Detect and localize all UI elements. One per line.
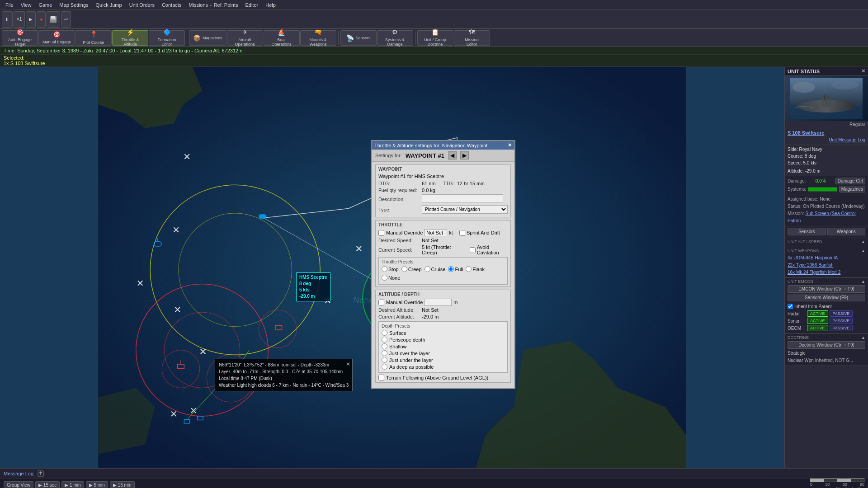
weapon-item-3[interactable]: 16x Mk.24 Tigerfish Mod 2 bbox=[788, 269, 865, 276]
15sec-button[interactable]: ▶ 15 sec bbox=[35, 481, 60, 488]
oecm-passive-button[interactable]: PASSIVE bbox=[830, 325, 853, 331]
doctrine-collapse[interactable]: ▲ bbox=[861, 335, 865, 340]
oecm-active-button[interactable]: ACTIVE bbox=[807, 325, 828, 331]
sensors-rp-button[interactable]: Sensors bbox=[788, 228, 826, 235]
1min-button[interactable]: ▶ 1 min bbox=[61, 481, 84, 488]
type-select[interactable]: Plotted Course / Navigation bbox=[422, 205, 508, 214]
systems-damage-button[interactable]: ⚙ Systems &Damage bbox=[377, 30, 413, 46]
waypoint-next-button[interactable]: ▶ bbox=[460, 151, 469, 160]
5min-button[interactable]: ▶ 5 min bbox=[86, 481, 108, 488]
throttle-section: THROTTLE Manual Override kt Sprint And D… bbox=[375, 220, 511, 287]
selected-unit-name: 1x S 108 Swiftsure bbox=[4, 61, 45, 66]
weapon-item-2[interactable]: 22x Type 2066 Banfish bbox=[788, 262, 865, 269]
pause-button[interactable]: ⏸ bbox=[2, 11, 13, 28]
weapon-item-1[interactable]: 4x UGM-84B Harpoon IA bbox=[788, 254, 865, 262]
preset-creep[interactable]: Creep bbox=[401, 266, 422, 272]
description-input[interactable] bbox=[422, 194, 503, 202]
damage-ctrl-button[interactable]: Damage Ctrl bbox=[835, 178, 865, 184]
group-view-button[interactable]: Group View bbox=[4, 481, 33, 488]
depth-preset-just-under[interactable]: Just under the layer bbox=[382, 357, 505, 363]
current-speed-label: Current Speed: bbox=[378, 247, 419, 253]
avoid-cavitation-checkbox[interactable] bbox=[470, 247, 476, 253]
undo-button[interactable]: ↩ bbox=[61, 11, 71, 28]
waypoint-dialog-close[interactable]: ✕ bbox=[508, 142, 512, 148]
weapons-rp-button[interactable]: Weapons bbox=[827, 228, 866, 235]
menu-missions[interactable]: Missions + Ref. Points bbox=[185, 1, 241, 9]
waypoint-description-text: Waypoint #1 for HMS Sceptre bbox=[378, 174, 508, 179]
damage-value: 0.0% bbox=[816, 178, 826, 183]
depth-preset-periscope[interactable]: Periscope depth bbox=[382, 337, 505, 343]
alt-override-input[interactable] bbox=[425, 299, 452, 306]
alt-speed-collapse[interactable]: ▲ bbox=[861, 239, 865, 244]
radar-active-button[interactable]: ACTIVE bbox=[807, 310, 828, 317]
speed-button[interactable]: ×1 bbox=[14, 11, 25, 28]
doctrine-window-button[interactable]: Doctrine Window (Ctrl + F9) bbox=[788, 341, 865, 349]
depth-preset-shallow[interactable]: Shallow bbox=[382, 343, 505, 349]
status-value: On Plotted Course (Underway) bbox=[803, 204, 865, 209]
boat-ops-button[interactable]: ⛵ BoatOperations bbox=[264, 30, 300, 46]
preset-flank[interactable]: Flank bbox=[466, 266, 485, 272]
mission-editor-button[interactable]: 🗺 MissionEditor bbox=[454, 30, 490, 46]
preset-full[interactable]: Full bbox=[448, 266, 463, 272]
menu-help[interactable]: Help bbox=[262, 1, 279, 9]
weapons-list: 4x UGM-84B Harpoon IA 22x Type 2066 Banf… bbox=[788, 254, 865, 276]
preset-cruise[interactable]: Cruise bbox=[425, 266, 446, 272]
unit-message-log-link[interactable]: Unit Message Log bbox=[785, 136, 868, 145]
unit-info-block: Side: Royal Navy Course: 8 deg Speed: 5.… bbox=[785, 145, 868, 176]
throttle-presets-row: Stop Creep Cruise Full Flank None bbox=[382, 266, 505, 281]
plot-course-button[interactable]: 📍 Plot Course bbox=[75, 30, 112, 46]
toolbar1: ⏸ ×1 ▶ ● ↩ bbox=[0, 10, 868, 29]
depth-preset-surface[interactable]: Surface bbox=[382, 330, 505, 336]
magazines-button[interactable]: 📦 Magazines bbox=[189, 30, 226, 46]
save-button[interactable] bbox=[47, 11, 60, 28]
menu-map-settings[interactable]: Map Settings bbox=[56, 1, 92, 9]
message-log-label[interactable]: Message Log bbox=[4, 471, 33, 476]
15min-button[interactable]: ▶ 15 min bbox=[110, 481, 135, 488]
weapons-collapse[interactable]: ▲ bbox=[861, 249, 865, 253]
magazines-button-rp[interactable]: Magazines bbox=[839, 186, 865, 192]
menu-editor[interactable]: Editor bbox=[241, 1, 262, 9]
emcon-window-button[interactable]: EMCON Window (Ctrl + F9) bbox=[788, 285, 865, 293]
alt-manual-override-checkbox[interactable] bbox=[378, 300, 384, 305]
record-button[interactable]: ● bbox=[37, 11, 46, 28]
sensors-button[interactable]: 📡 Sensors bbox=[340, 30, 377, 46]
throttle-manual-override-checkbox[interactable] bbox=[378, 230, 384, 236]
throttle-override-input[interactable] bbox=[425, 229, 447, 236]
aircraft-ops-button[interactable]: ✈ AircraftOperations bbox=[227, 30, 263, 46]
auto-engage-button[interactable]: 🎯 Auto EngageTarget bbox=[2, 30, 38, 46]
unit-status-close[interactable]: ✕ bbox=[861, 68, 865, 74]
scale-seg-4 bbox=[851, 479, 864, 482]
unit-status-title: UNIT STATUS bbox=[788, 69, 820, 74]
menu-game[interactable]: Game bbox=[35, 1, 56, 9]
menu-view[interactable]: View bbox=[17, 1, 35, 9]
sensors-window-button[interactable]: Sensors Window (F9) bbox=[788, 294, 865, 301]
formation-editor-button[interactable]: 🔷 FormationEditor bbox=[149, 30, 185, 46]
waypoint-prev-button[interactable]: ◀ bbox=[448, 151, 457, 160]
throttle-altitude-button[interactable]: ⚡ Throttle &Altitude bbox=[112, 30, 148, 46]
speed-label: Speed: bbox=[788, 160, 802, 165]
manual-engage-button[interactable]: 🎯 Manual Engage bbox=[38, 30, 75, 46]
depth-preset-just-over[interactable]: Just over the layer bbox=[382, 350, 505, 356]
inherit-parent-checkbox[interactable] bbox=[788, 304, 793, 309]
map-area[interactable]: Norwegian Sea bbox=[0, 67, 784, 468]
menu-quick-jump[interactable]: Quick Jump bbox=[92, 1, 126, 9]
desired-alt-label: Desired Altitude: bbox=[378, 307, 419, 313]
emcon-collapse[interactable]: ▲ bbox=[861, 279, 865, 284]
radar-passive-button[interactable]: PASSIVE bbox=[830, 310, 853, 317]
unit-name-link[interactable]: S 108 Swiftsure bbox=[785, 128, 868, 136]
depth-preset-deepest[interactable]: As deep as possible bbox=[382, 364, 505, 370]
terrain-following-checkbox[interactable] bbox=[378, 375, 384, 380]
sonar-passive-button[interactable]: PASSIVE bbox=[830, 318, 853, 324]
preset-none[interactable]: None bbox=[382, 275, 400, 281]
sprint-drift-checkbox[interactable] bbox=[459, 230, 465, 236]
sonar-active-button[interactable]: ACTIVE bbox=[807, 318, 828, 324]
svg-rect-1 bbox=[51, 16, 55, 19]
play-button[interactable]: ▶ bbox=[26, 11, 36, 28]
menu-unit-orders[interactable]: Unit Orders bbox=[126, 1, 158, 9]
mounts-weapons-button[interactable]: 🔫 Mounts &Weapons bbox=[300, 30, 336, 46]
menu-contacts[interactable]: Contacts bbox=[158, 1, 185, 9]
unit-group-doctrine-button[interactable]: 📋 Unit / GroupDoctrine bbox=[417, 30, 453, 46]
preset-stop[interactable]: Stop bbox=[382, 266, 399, 272]
menu-file[interactable]: File bbox=[2, 1, 17, 9]
svg-point-53 bbox=[831, 80, 858, 89]
